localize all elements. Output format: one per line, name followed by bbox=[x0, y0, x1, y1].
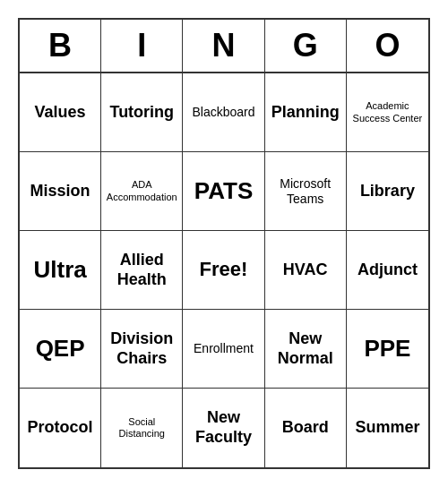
bingo-header: BINGO bbox=[20, 20, 428, 73]
header-letter: I bbox=[101, 20, 183, 72]
bingo-cell: PPE bbox=[347, 310, 428, 389]
bingo-cell: Tutoring bbox=[101, 73, 183, 152]
bingo-cell: ADA Accommodation bbox=[101, 152, 183, 231]
bingo-cell: Blackboard bbox=[183, 73, 264, 152]
header-letter: O bbox=[347, 20, 428, 72]
bingo-cell: Free! bbox=[183, 231, 264, 310]
bingo-cell: Board bbox=[265, 389, 347, 467]
bingo-cell: Adjunct bbox=[347, 231, 428, 310]
bingo-cell: Library bbox=[347, 152, 428, 231]
bingo-cell: Summer bbox=[347, 389, 428, 467]
bingo-cell: Division Chairs bbox=[101, 310, 183, 389]
bingo-cell: New Normal bbox=[265, 310, 347, 389]
bingo-cell: Academic Success Center bbox=[347, 73, 428, 152]
bingo-cell: Protocol bbox=[20, 389, 101, 467]
bingo-grid: ValuesTutoringBlackboardPlanningAcademic… bbox=[20, 73, 428, 467]
bingo-cell: Microsoft Teams bbox=[265, 152, 347, 231]
bingo-card: BINGO ValuesTutoringBlackboardPlanningAc… bbox=[18, 18, 430, 469]
header-letter: G bbox=[265, 20, 347, 72]
header-letter: B bbox=[20, 20, 101, 72]
bingo-cell: HVAC bbox=[265, 231, 347, 310]
bingo-cell: Ultra bbox=[20, 231, 101, 310]
bingo-cell: New Faculty bbox=[183, 389, 264, 467]
bingo-cell: Allied Health bbox=[101, 231, 183, 310]
bingo-cell: Values bbox=[20, 73, 101, 152]
header-letter: N bbox=[183, 20, 264, 72]
bingo-cell: Planning bbox=[265, 73, 347, 152]
bingo-cell: QEP bbox=[20, 310, 101, 389]
bingo-cell: Social Distancing bbox=[101, 389, 183, 467]
bingo-cell: Mission bbox=[20, 152, 101, 231]
bingo-cell: Enrollment bbox=[183, 310, 264, 389]
bingo-cell: PATS bbox=[183, 152, 264, 231]
